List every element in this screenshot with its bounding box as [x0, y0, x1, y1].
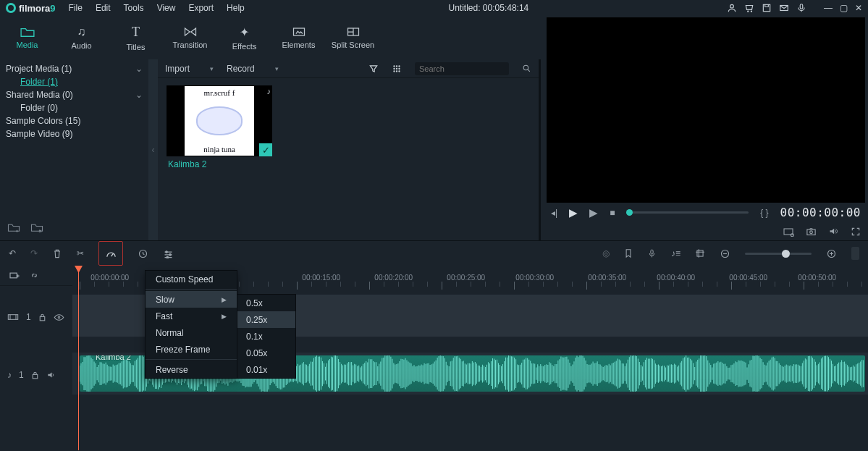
filter-icon[interactable]: [368, 64, 379, 74]
prev-frame-button[interactable]: ◂|: [551, 208, 557, 218]
split-button[interactable]: ✂: [77, 248, 84, 258]
slow-0-05x[interactable]: 0.05x: [237, 345, 295, 361]
album-art: mr.scruf f ninja tuna: [185, 86, 254, 156]
media-clip[interactable]: mr.scruf f ninja tuna ♪ ✓ Kalimba 2: [167, 85, 272, 172]
volume-icon[interactable]: [828, 227, 839, 236]
svg-point-11: [393, 67, 395, 69]
play-all-button[interactable]: ▶: [589, 206, 598, 219]
search-input[interactable]: [415, 62, 509, 75]
media-browser: Import▾ Record▾ mr.scruf f ninja tuna ♪ …: [158, 59, 539, 240]
menu-file[interactable]: File: [63, 1, 88, 15]
link-icon[interactable]: [29, 271, 40, 280]
stop-button[interactable]: ■: [610, 208, 615, 218]
svg-rect-34: [33, 374, 38, 378]
maximize-button[interactable]: ▢: [840, 3, 848, 13]
menu-bar: File Edit Tools View Export Help: [63, 1, 250, 15]
tree-shared-media[interactable]: Shared Media (0)⌄: [0, 88, 148, 101]
transition-icon: [183, 26, 198, 38]
redo-button[interactable]: ↷: [30, 248, 38, 258]
marker-icon[interactable]: [624, 248, 633, 259]
speed-button[interactable]: [98, 241, 123, 266]
tree-project-media[interactable]: Project Media (1)⌄: [0, 62, 148, 75]
menu-help[interactable]: Help: [221, 1, 250, 15]
tab-titles[interactable]: T Titles: [109, 16, 163, 59]
import-dropdown[interactable]: Import▾: [165, 64, 214, 74]
tree-sample-colors[interactable]: Sample Colors (15): [0, 114, 148, 127]
crop-icon[interactable]: [695, 248, 705, 258]
account-icon[interactable]: [727, 3, 737, 13]
playhead[interactable]: [78, 266, 79, 450]
grid-view-icon[interactable]: [392, 64, 402, 74]
delete-button[interactable]: [52, 248, 62, 259]
tab-media[interactable]: Media: [0, 16, 54, 59]
zoom-fit-button[interactable]: [851, 247, 859, 260]
menu-export[interactable]: Export: [182, 1, 219, 15]
menu-view[interactable]: View: [151, 1, 182, 15]
duration-button[interactable]: [138, 248, 148, 259]
play-button[interactable]: ▶: [569, 206, 578, 219]
svg-point-16: [398, 70, 400, 72]
svg-rect-31: [8, 315, 17, 320]
slow-0-25x[interactable]: 0.25x: [237, 311, 295, 328]
menu-edit[interactable]: Edit: [90, 1, 117, 15]
svg-rect-27: [697, 250, 703, 256]
eye-icon[interactable]: [54, 313, 64, 321]
adjust-button[interactable]: [163, 249, 174, 258]
save-icon[interactable]: [762, 3, 772, 13]
menu-slow[interactable]: Slow▶: [146, 291, 237, 308]
tab-elements[interactable]: Elements: [271, 16, 326, 59]
svg-point-19: [791, 233, 793, 236]
chevron-right-icon: ▶: [222, 313, 227, 320]
preview-canvas[interactable]: [547, 17, 865, 203]
undo-button[interactable]: ↶: [9, 248, 16, 258]
preview-panel: ◂| ▶ ▶ ■ { } 00:00:00:00: [539, 59, 868, 240]
tab-split-screen[interactable]: Split Screen: [326, 16, 380, 59]
tab-audio[interactable]: ♫ Audio: [54, 16, 109, 59]
mic-icon[interactable]: [796, 3, 806, 13]
render-icon[interactable]: ◎: [602, 248, 610, 258]
document-title: Untitled: 00:05:48:14: [250, 3, 727, 13]
slow-0-1x[interactable]: 0.1x: [237, 328, 295, 345]
speaker-icon[interactable]: [46, 371, 56, 379]
slow-0-5x[interactable]: 0.5x: [237, 295, 295, 311]
audio-track-header[interactable]: ♪ 1: [0, 354, 72, 396]
zoom-in-button[interactable]: [826, 248, 837, 259]
menu-normal[interactable]: Normal: [146, 324, 237, 341]
tab-transition[interactable]: Transition: [163, 16, 217, 59]
preview-seekbar[interactable]: [626, 211, 749, 214]
cart-icon[interactable]: [744, 3, 754, 13]
tab-effects[interactable]: ✦ Effects: [217, 16, 271, 59]
collapse-panel-button[interactable]: ‹: [148, 59, 158, 240]
lock-icon[interactable]: [31, 371, 39, 380]
zoom-slider[interactable]: [745, 253, 812, 255]
new-folder-icon[interactable]: [7, 222, 20, 232]
slow-0-01x[interactable]: 0.01x: [237, 361, 295, 378]
record-dropdown[interactable]: Record▾: [227, 64, 279, 74]
fullscreen-icon[interactable]: [851, 227, 861, 237]
close-button[interactable]: ✕: [855, 3, 862, 13]
mark-in-out-icon[interactable]: { }: [760, 208, 768, 218]
tree-folder-1[interactable]: Folder (1): [0, 75, 148, 88]
lock-icon[interactable]: [38, 313, 46, 322]
mail-icon[interactable]: [779, 3, 789, 13]
svg-rect-5: [800, 4, 803, 9]
zoom-out-button[interactable]: [720, 248, 730, 259]
delete-folder-icon[interactable]: [30, 222, 43, 232]
menu-custom-speed[interactable]: Custom Speed: [146, 271, 237, 287]
menu-reverse[interactable]: Reverse: [146, 361, 237, 378]
search-icon[interactable]: [522, 64, 531, 73]
menu-tools[interactable]: Tools: [118, 1, 150, 15]
mixer-icon[interactable]: ♪≡: [671, 248, 681, 258]
record-vo-icon[interactable]: [647, 248, 657, 259]
video-track-header[interactable]: 1: [0, 296, 72, 338]
chevron-down-icon: ⌄: [135, 64, 143, 74]
elements-icon: [292, 26, 306, 38]
add-track-icon[interactable]: [9, 271, 20, 280]
menu-fast[interactable]: Fast▶: [146, 308, 237, 324]
menu-freeze-frame[interactable]: Freeze Frame: [146, 341, 237, 358]
tree-sample-video[interactable]: Sample Video (9): [0, 127, 148, 140]
settings-icon[interactable]: [783, 227, 794, 237]
snapshot-icon[interactable]: [806, 227, 817, 236]
tree-folder-0[interactable]: Folder (0): [0, 101, 148, 114]
minimize-button[interactable]: —: [824, 3, 833, 13]
